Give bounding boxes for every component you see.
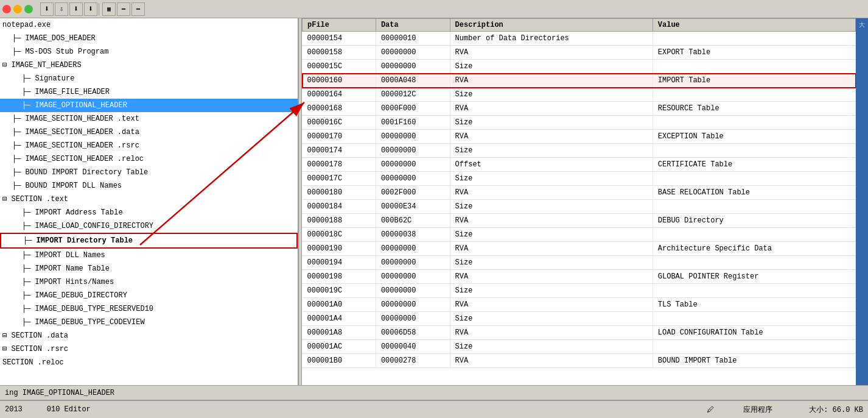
toolbar-btn-4[interactable]: ⬇	[84, 2, 97, 16]
tree-item-debug_type_res[interactable]: ├─ IMAGE_DEBUG_TYPE_RESERVED10	[0, 302, 298, 316]
cell-data: 00000000	[376, 46, 450, 60]
cell-pFile: 000001A0	[303, 298, 376, 312]
toolbar-btn-3[interactable]: ⬇	[69, 2, 83, 16]
table-row[interactable]: 0000017400000000Size	[303, 144, 856, 158]
tree-item-section_data[interactable]: ├─ IMAGE_SECTION_HEADER .data	[0, 126, 298, 139]
cell-description: Size	[450, 228, 653, 242]
table-row[interactable]: 0000019000000000RVAArchitecture Specific…	[303, 242, 856, 256]
col-pfile: pFile	[303, 19, 376, 32]
tree-item-section_rsrc[interactable]: ├─ IMAGE_SECTION_HEADER .rsrc	[0, 139, 298, 152]
table-row[interactable]: 000001A000000000RVATLS Table	[303, 298, 856, 312]
table-row[interactable]: 0000017800000000OffsetCERTIFICATE Table	[303, 158, 856, 172]
tree-item-section_text[interactable]: ├─ IMAGE_SECTION_HEADER .text	[0, 112, 298, 126]
tree-item-debug_type_cv[interactable]: ├─ IMAGE_DEBUG_TYPE_CODEVIEW	[0, 316, 298, 329]
tree-item-load_config[interactable]: ├─ IMAGE_LOAD_CONFIG_DIRECTORY	[0, 219, 298, 233]
cell-value: EXCEPTION Table	[653, 130, 855, 144]
data-table-scroll[interactable]: pFile Data Description Value 00000154000…	[302, 18, 856, 385]
app-type: 应用程序	[743, 405, 772, 415]
cell-pFile: 0000019C	[303, 284, 376, 298]
tree-item-optional_header[interactable]: ├─ IMAGE_OPTIONAL_HEADER	[0, 99, 298, 112]
table-row[interactable]: 0000019400000000Size	[303, 256, 856, 270]
table-row[interactable]: 000001A400000000Size	[303, 312, 856, 326]
tree-item-dos_header[interactable]: ├─ IMAGE_DOS_HEADER	[0, 32, 298, 45]
cell-data: 0000A048	[376, 74, 450, 88]
cell-description: Size	[450, 88, 653, 102]
table-row[interactable]: 0000015800000000RVAEXPORT Table	[303, 46, 856, 60]
cell-data: 00000000	[376, 60, 450, 74]
cell-description: Size	[450, 340, 653, 354]
toolbar-btn-5[interactable]: ▦	[102, 2, 116, 16]
tree-item-section_text2[interactable]: ⊟ SECTION .text	[0, 193, 298, 206]
toolbar-btn-6[interactable]: ━	[117, 2, 130, 16]
tree-item-msdos_stub[interactable]: ├─ MS-DOS Stub Program	[0, 45, 298, 58]
cell-description: RVA	[450, 298, 653, 312]
tree-item-import_dll_names[interactable]: ├─ IMPORT DLL Names	[0, 249, 298, 262]
table-row[interactable]: 0000015400000010Number of Data Directori…	[303, 32, 856, 46]
tree-item-file_header[interactable]: ├─ IMAGE_FILE_HEADER	[0, 85, 298, 99]
cell-pFile: 000001A4	[303, 312, 376, 326]
cell-description: RVA	[450, 354, 653, 368]
table-row[interactable]: 0000017C00000000Size	[303, 172, 856, 186]
table-row[interactable]: 000001600000A048RVAIMPORT Table	[303, 74, 856, 88]
cell-value	[653, 340, 855, 354]
table-row[interactable]: 000001680000F000RVARESOURCE Table	[303, 102, 856, 116]
cell-data: 00000038	[376, 228, 450, 242]
tree-item-import_name_table[interactable]: ├─ IMPORT Name Table	[0, 262, 298, 275]
cell-pFile: 0000017C	[303, 172, 376, 186]
col-description: Description	[450, 19, 653, 32]
tree-item-section_data2[interactable]: ⊟ SECTION .data	[0, 329, 298, 342]
table-row[interactable]: 000001800002F000RVABASE RELOCATION Table	[303, 186, 856, 200]
cell-pFile: 0000015C	[303, 60, 376, 74]
maximize-button[interactable]	[24, 5, 33, 13]
cell-data: 00000040	[376, 340, 450, 354]
table-row[interactable]: 0000016C0001F160Size	[303, 116, 856, 130]
cell-description: RVA	[450, 102, 653, 116]
tree-item-bound_import_dll[interactable]: ├─ BOUND IMPORT DLL Names	[0, 179, 298, 193]
cell-data: 00000278	[376, 354, 450, 368]
tree-item-notepad[interactable]: notepad.exe	[0, 18, 298, 32]
toolbar-btn-2[interactable]: ⇩	[55, 2, 68, 16]
table-row[interactable]: 000001A800006D58RVALOAD CONFIGURATION Ta…	[303, 326, 856, 340]
cell-value: DEBUG Directory	[653, 214, 855, 228]
cell-value: IMPORT Table	[653, 74, 855, 88]
tree-item-image_debug_dir[interactable]: ├─ IMAGE_DEBUG_DIRECTORY	[0, 289, 298, 302]
cell-pFile: 00000170	[303, 130, 376, 144]
cell-value: CERTIFICATE Table	[653, 158, 855, 172]
tree-item-section_reloc2[interactable]: SECTION .reloc	[0, 356, 298, 369]
table-row[interactable]: 0000018C00000038Size	[303, 228, 856, 242]
cell-pFile: 000001B0	[303, 354, 376, 368]
table-row[interactable]: 000001640000012CSize	[303, 88, 856, 102]
table-row[interactable]: 0000017000000000RVAEXCEPTION Table	[303, 130, 856, 144]
table-row[interactable]: 0000019800000000RVAGLOBAL POINTER Regist…	[303, 270, 856, 284]
table-row[interactable]: 0000018400000E34Size	[303, 200, 856, 214]
tree-item-signature[interactable]: ├─ Signature	[0, 72, 298, 85]
tree-item-nt_headers[interactable]: ⊟ IMAGE_NT_HEADERS	[0, 58, 298, 72]
tree-item-import_hints[interactable]: ├─ IMPORT Hints/Names	[0, 275, 298, 289]
cell-value	[653, 312, 855, 326]
toolbar-btn-7[interactable]: ━	[131, 2, 145, 16]
minimize-button[interactable]	[13, 5, 22, 13]
table-row[interactable]: 000001AC00000040Size	[303, 340, 856, 354]
tree-item-bound_import_dir[interactable]: ├─ BOUND IMPORT Directory Table	[0, 166, 298, 179]
cell-data: 0000F000	[376, 102, 450, 116]
table-row[interactable]: 00000188000B62CRVADEBUG Directory	[303, 214, 856, 228]
cell-description: Size	[450, 200, 653, 214]
data-table: pFile Data Description Value 00000154000…	[302, 18, 856, 368]
table-row[interactable]: 0000015C00000000Size	[303, 60, 856, 74]
tree-item-import_directory[interactable]: ├─ IMPORT Directory Table	[0, 233, 298, 249]
cell-value: TLS Table	[653, 298, 855, 312]
cell-data: 00000000	[376, 284, 450, 298]
cell-description: RVA	[450, 46, 653, 60]
tree-scroll[interactable]: notepad.exe├─ IMAGE_DOS_HEADER├─ MS-DOS …	[0, 18, 298, 385]
table-row[interactable]: 000001B000000278RVABOUND IMPORT Table	[303, 354, 856, 368]
tree-item-section_rsrc2[interactable]: ⊟ SECTION .rsrc	[0, 342, 298, 356]
close-button[interactable]	[2, 5, 11, 13]
cell-value	[653, 284, 855, 298]
tree-item-import_address[interactable]: ├─ IMPORT Address Table	[0, 206, 298, 219]
toolbar-btn-1[interactable]: ⬇	[40, 2, 54, 16]
file-size: 大小: 66.0 KB	[809, 405, 863, 415]
cell-description: RVA	[450, 242, 653, 256]
tree-item-section_reloc[interactable]: ├─ IMAGE_SECTION_HEADER .reloc	[0, 152, 298, 166]
cell-pFile: 0000018C	[303, 228, 376, 242]
table-row[interactable]: 0000019C00000000Size	[303, 284, 856, 298]
